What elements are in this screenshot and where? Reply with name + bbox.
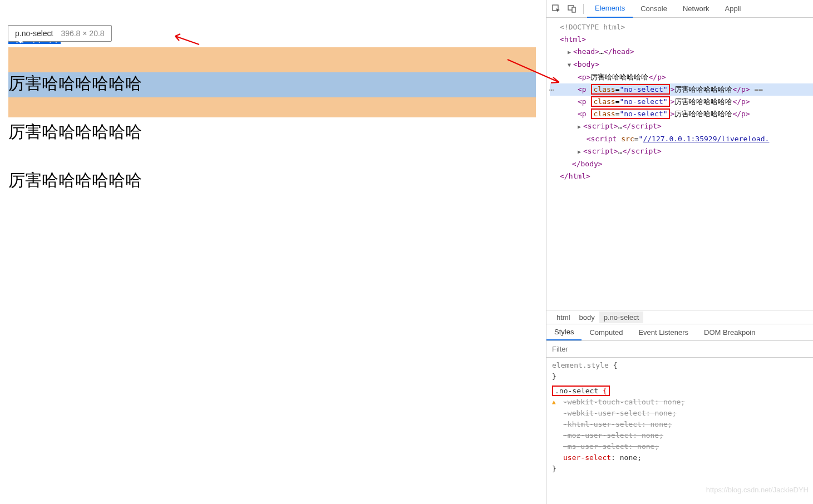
dom-script-2[interactable]: <script src="//127.0.0.1:35929/livereloa…	[550, 133, 813, 145]
styles-tabs: Styles Computed Event Listeners DOM Brea…	[546, 324, 813, 341]
dom-script-1[interactable]: ▶<script>…</script>	[550, 120, 813, 133]
dom-p-1[interactable]: <p>厉害哈哈哈哈哈哈</p>	[550, 71, 813, 83]
dom-body-open[interactable]: ▼<body>	[550, 58, 813, 71]
css-prop--moz-user-select[interactable]: -moz-user-select: none;	[552, 430, 807, 441]
paragraph-2: 厉害哈哈哈哈哈哈	[8, 71, 536, 96]
tab-styles[interactable]: Styles	[546, 324, 582, 340]
css-prop--webkit-touch-callout[interactable]: ▲-webkit-touch-callout: none;	[552, 397, 807, 408]
dom-head[interactable]: ▶<head>…</head>	[550, 46, 813, 58]
rule-no-select-close: }	[552, 463, 807, 475]
paragraph-3: 厉害哈哈哈哈哈哈	[8, 119, 536, 144]
element-tooltip: p.no-select 396.8 × 20.8	[8, 25, 112, 42]
dom-doctype[interactable]: <!DOCTYPE html>	[550, 21, 813, 33]
css-prop--ms-user-select[interactable]: -ms-user-select: none;	[552, 441, 807, 452]
dom-body-close[interactable]: </body>	[550, 158, 813, 170]
tab-network[interactable]: Network	[675, 0, 717, 18]
paragraph-4: 厉害哈哈哈哈哈哈	[8, 167, 536, 192]
filter-row	[546, 341, 813, 358]
dom-html-open[interactable]: <html>	[550, 33, 813, 46]
css-prop-user-select[interactable]: user-select: none;	[552, 452, 807, 463]
devtools-tabs: Elements Console Network Appli	[587, 0, 749, 17]
tab-console[interactable]: Console	[633, 0, 675, 18]
tab-dom-breakpoints[interactable]: DOM Breakpoin	[696, 324, 763, 340]
tab-elements[interactable]: Elements	[587, 0, 633, 18]
dom-p-2[interactable]: ⋯<p class="no-select">厉害哈哈哈哈哈哈</p>	[550, 83, 813, 96]
dom-tree[interactable]: <!DOCTYPE html> <html> ▶<head>…</head> ▼…	[546, 18, 813, 310]
crumb-body[interactable]: body	[575, 312, 599, 323]
rule-element-style[interactable]: element.style {	[552, 360, 807, 371]
tab-computed[interactable]: Computed	[582, 324, 630, 340]
annotation-arrow-2	[506, 58, 562, 86]
rule-no-select[interactable]: .no-select {	[552, 386, 807, 397]
styles-content[interactable]: element.style { } .no-select { ▲-webkit-…	[546, 358, 813, 477]
svg-rect-2	[572, 7, 575, 12]
toolbar-divider	[583, 4, 584, 14]
page-content: 哈哈哈 厉害哈哈哈哈哈哈 厉害哈哈哈哈哈哈 厉害哈哈哈哈哈哈	[8, 22, 536, 216]
dom-html-close[interactable]: </html>	[550, 170, 813, 182]
filter-input[interactable]	[552, 345, 807, 353]
tab-application[interactable]: Appli	[717, 0, 749, 18]
watermark: https://blog.csdn.net/JackieDYH	[706, 486, 809, 494]
css-prop--khtml-user-select[interactable]: -khtml-user-select: none;	[552, 419, 807, 430]
devtools-panel: Elements Console Network Appli <!DOCTYPE…	[546, 0, 813, 504]
device-toggle-icon[interactable]	[564, 1, 580, 17]
devtools-toolbar: Elements Console Network Appli	[546, 0, 813, 18]
tooltip-dimensions: 396.8 × 20.8	[61, 29, 104, 38]
dom-script-3[interactable]: ▶<script>…</script>	[550, 145, 813, 158]
dom-p-3[interactable]: <p class="no-select">厉害哈哈哈哈哈哈</p>	[550, 96, 813, 108]
inspect-icon[interactable]	[549, 1, 564, 17]
breadcrumb: html body p.no-select	[546, 310, 813, 324]
rule-element-style-close: }	[552, 371, 807, 382]
crumb-html[interactable]: html	[552, 312, 575, 323]
crumb-p-no-select[interactable]: p.no-select	[599, 312, 644, 323]
dom-p-4[interactable]: <p class="no-select">厉害哈哈哈哈哈哈</p>	[550, 108, 813, 120]
warning-icon: ▲	[552, 397, 556, 408]
annotation-arrow-1	[173, 31, 200, 47]
tooltip-selector: p.no-select	[15, 29, 53, 38]
tab-event-listeners[interactable]: Event Listeners	[630, 324, 696, 340]
css-prop--webkit-user-select[interactable]: -webkit-user-select: none;	[552, 408, 807, 419]
